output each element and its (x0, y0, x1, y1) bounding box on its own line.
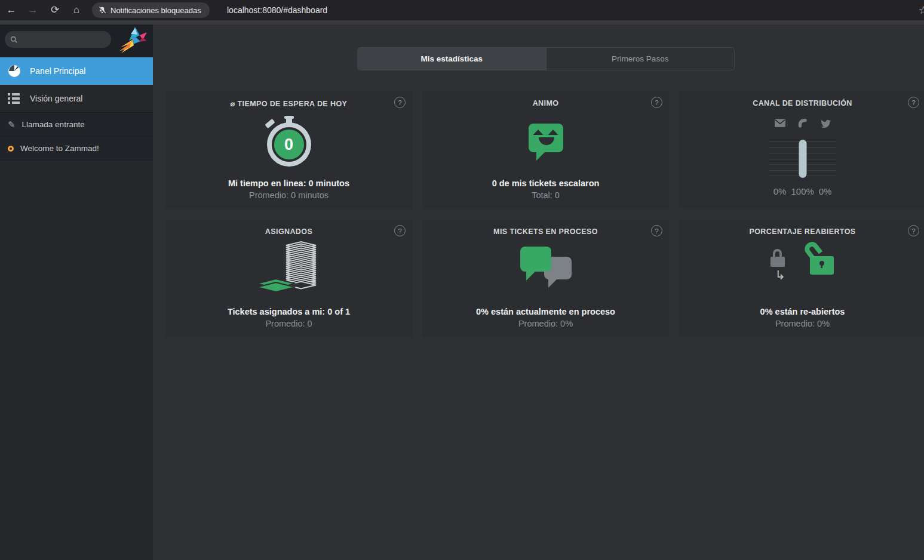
card-in-process: MIS TICKETS EN PROCESO ? 0% están actual… (422, 219, 669, 337)
sidebar-item-overview[interactable]: Visión general (0, 85, 153, 112)
sidebar-search-zone (0, 24, 153, 57)
status-ring-icon (8, 146, 14, 152)
screen: ← → ⟳ ⌂ Notificaciones bloqueadas localh… (0, 0, 924, 560)
help-icon[interactable]: ? (651, 225, 662, 236)
help-icon[interactable]: ? (394, 225, 406, 236)
email-icon (775, 119, 785, 127)
card-primary-text: Mi tiempo en linea: 0 minutos (165, 179, 412, 188)
reopened-locks-icon: ↳ (769, 245, 836, 300)
card-title: CANAL DE DISTRIBUCIÓN (679, 99, 924, 107)
sidebar-item-label: Panel Principal (30, 66, 85, 76)
card-title: PORCENTAJE REABIERTOS (679, 227, 924, 236)
card-primary-text: 0 de mis tickets escalaron (422, 179, 669, 188)
help-icon[interactable]: ? (908, 225, 919, 236)
card-primary-text: 0% están re-abiertos (679, 307, 924, 316)
card-secondary-text: Promedio: 0% (422, 319, 669, 328)
address-bar-url[interactable]: localhost:8080/#dashboard (227, 0, 327, 20)
sidebar-task-list: ✎ Llamada entrante Welcome to Zammad! (0, 112, 153, 161)
email-percent: 0% (769, 186, 791, 196)
card-primary-text: Tickets asignados a mi: 0 of 1 (165, 307, 412, 316)
reload-icon[interactable]: ⟳ (47, 0, 63, 20)
twitter-icon (820, 119, 831, 128)
sidebar: Panel Principal Visión general ✎ Llamada… (0, 24, 153, 560)
card-title: ⌀ TIEMPO DE ESPERA DE HOY (165, 99, 412, 108)
pencil-icon: ✎ (8, 119, 16, 130)
closed-lock-icon (770, 249, 785, 267)
search-icon (10, 36, 18, 44)
card-title: ANIMO (422, 99, 669, 107)
card-secondary-text: Promedio: 0 (165, 319, 412, 328)
overview-list-icon (8, 93, 21, 104)
bell-slash-icon (98, 6, 106, 14)
help-icon[interactable]: ? (394, 97, 406, 108)
stopwatch-value: 0 (272, 127, 306, 162)
notifications-blocked-label: Notificaciones bloqueadas (110, 6, 201, 15)
dashboard-main: Mis estadísticas Primeros Pasos ⌀ TIEMPO… (153, 24, 924, 560)
channel-labels-row: 0% 100% 0% (769, 186, 837, 196)
search-input[interactable] (22, 35, 105, 44)
phone-icon (797, 118, 808, 128)
search-box[interactable] (5, 31, 111, 48)
task-item-label: Welcome to Zammad! (20, 144, 99, 153)
bookmark-star-icon[interactable]: ☆ (919, 0, 924, 20)
sidebar-item-label: Visión general (30, 94, 82, 103)
ticket-stack-icon (252, 239, 326, 299)
task-item-label: Llamada entrante (22, 120, 85, 129)
chat-bubbles-icon (520, 247, 572, 300)
channel-bar-chart (769, 141, 836, 176)
sidebar-item-dashboard[interactable]: Panel Principal (0, 57, 153, 85)
chrome-bottom-strip (0, 20, 924, 24)
browser-toolbar: ← → ⟳ ⌂ Notificaciones bloqueadas localh… (0, 0, 924, 20)
forward-icon[interactable]: → (25, 0, 41, 20)
card-secondary-text: Promedio: 0 minutos (165, 190, 412, 200)
channel-icons-row (769, 117, 837, 129)
tab-my-stats[interactable]: Mis estadísticas (358, 48, 546, 70)
sidebar-nav: Panel Principal Visión general (0, 57, 153, 112)
card-channel-distribution: CANAL DE DISTRIBUCIÓN ? (679, 91, 924, 209)
happy-bubble-icon (529, 124, 563, 162)
dashboard-tabs: Mis estadísticas Primeros Pasos (357, 47, 735, 70)
card-primary-text: 0% están actualmente en proceso (422, 307, 669, 316)
twitter-percent: 0% (814, 186, 837, 196)
arrow-icon: ↳ (775, 268, 786, 282)
card-reopened: PORCENTAJE REABIERTOS ? ↳ 0% están re-ab… (679, 219, 924, 337)
card-secondary-text: Total: 0 (422, 190, 669, 200)
card-secondary-text: Promedio: 0% (679, 319, 924, 328)
card-waiting-time: ⌀ TIEMPO DE ESPERA DE HOY ? 0 Mi tiempo … (165, 91, 412, 209)
stopwatch-icon: 0 (266, 116, 312, 173)
back-icon[interactable]: ← (4, 0, 19, 20)
help-icon[interactable]: ? (908, 97, 919, 108)
zammad-logo (118, 26, 149, 55)
home-icon[interactable]: ⌂ (69, 0, 84, 20)
card-assigned: ASIGNADOS ? Tickets asignados (165, 219, 412, 337)
help-icon[interactable]: ? (651, 97, 662, 108)
dashboard-gauge-icon (8, 64, 21, 78)
tab-first-steps[interactable]: Primeros Pasos (546, 48, 735, 70)
task-item-welcome[interactable]: Welcome to Zammad! (0, 137, 153, 161)
notifications-blocked-badge[interactable]: Notificaciones bloqueadas (92, 2, 210, 18)
phone-percent: 100% (791, 186, 814, 196)
phone-channel-bar (799, 140, 806, 178)
task-item-incoming-call[interactable]: ✎ Llamada entrante (0, 113, 153, 137)
card-mood: ANIMO ? 0 de mis tickets escalaron Total… (422, 91, 669, 209)
card-title: MIS TICKETS EN PROCESO (422, 227, 669, 236)
card-title: ASIGNADOS (165, 227, 412, 236)
